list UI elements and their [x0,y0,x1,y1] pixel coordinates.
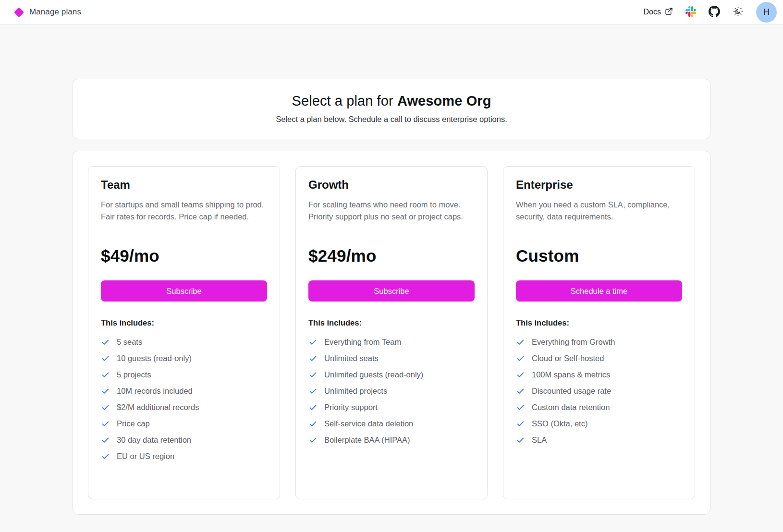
check-icon [101,387,110,396]
feature-item: 100M spans & metrics [516,366,682,383]
feature-item: Everything from Team [308,334,475,350]
top-navbar: Manage plans Docs [0,0,783,24]
plan-name: Enterprise [516,178,682,192]
check-icon [516,387,525,396]
sun-moon-theme-icon [733,6,744,18]
org-name: Awesome Org [397,93,491,109]
feature-item: Unlimited guests (read-only) [308,366,475,383]
feature-label: Unlimited guests (read-only) [324,370,423,379]
includes-label: This includes: [101,318,267,327]
main-content: Select a plan for Awesome Org Select a p… [73,79,710,515]
subscribe-team-button[interactable]: Subscribe [101,280,267,302]
github-icon [709,6,720,19]
github-button[interactable] [709,6,720,19]
diamond-logo-icon [14,7,24,17]
feature-label: SSO (Okta, etc) [532,419,587,428]
plan-card-enterprise: Enterprise When you need a custom SLA, c… [503,166,695,499]
navbar-left: Manage plans [14,7,81,17]
feature-item: Custom data retention [516,399,682,415]
check-icon [308,419,318,428]
external-link-icon [665,7,673,17]
feature-item: Boilerplate BAA (HIPAA) [308,432,475,448]
feature-label: Price cap [117,419,150,428]
feature-item: SSO (Okta, etc) [516,415,682,432]
feature-item: 10 guests (read-only) [101,350,267,366]
user-avatar[interactable]: H [756,2,777,23]
check-icon [101,370,110,379]
feature-item: Priority support [308,399,475,415]
feature-item: 5 projects [101,366,267,383]
check-icon [101,354,110,363]
plan-price: $249/mo [308,246,475,266]
feature-label: Custom data retention [532,403,610,412]
feature-label: Priority support [324,403,378,412]
feature-label: 10 guests (read-only) [117,354,192,363]
theme-toggle-button[interactable] [733,6,744,18]
feature-item: 5 seats [101,334,267,350]
includes-label: This includes: [516,318,682,327]
check-icon [308,354,318,363]
feature-label: 30 day data retention [117,435,191,445]
plan-description: For startups and small teams shipping to… [101,199,267,235]
navbar-right: Docs [644,2,777,23]
plan-name: Growth [308,178,475,192]
check-icon [516,370,525,379]
schedule-a-time-button[interactable]: Schedule a time [516,280,682,302]
feature-item: SLA [516,432,682,448]
check-icon [101,435,110,445]
feature-label: Boilerplate BAA (HIPAA) [324,435,410,445]
feature-label: 10M records included [117,387,193,396]
docs-link-label: Docs [644,8,661,16]
check-icon [516,338,525,347]
feature-item: $2/M additional records [101,399,267,415]
feature-item: Unlimited seats [308,350,475,366]
feature-item: Cloud or Self-hosted [516,350,682,366]
check-icon [308,435,318,445]
intro-title-prefix: Select a plan for [292,93,397,109]
page-title: Manage plans [29,7,81,17]
check-icon [101,338,110,347]
feature-item: Discounted usage rate [516,383,682,399]
feature-item: Unlimited projects [308,383,475,399]
check-icon [101,403,110,412]
plan-description: For scaling teams who need room to move.… [308,199,475,235]
feature-label: 100M spans & metrics [532,370,610,379]
feature-item: Everything from Growth [516,334,682,350]
check-icon [516,403,525,412]
feature-item: 30 day data retention [101,432,267,448]
check-icon [101,419,110,428]
check-icon [308,387,318,396]
check-icon [516,435,525,445]
feature-list: 5 seats10 guests (read-only)5 projects10… [101,334,267,464]
check-icon [516,419,525,428]
feature-label: Everything from Growth [532,338,615,347]
feature-label: Unlimited projects [324,387,387,396]
feature-list: Everything from GrowthCloud or Self-host… [516,334,682,448]
feature-label: Unlimited seats [324,354,379,363]
feature-item: 10M records included [101,383,267,399]
plan-intro-card: Select a plan for Awesome Org Select a p… [73,79,710,139]
feature-label: $2/M additional records [117,403,199,412]
check-icon [308,403,318,412]
plan-card-growth: Growth For scaling teams who need room t… [295,166,488,499]
feature-item: Price cap [101,415,267,432]
check-icon [308,370,318,379]
check-icon [516,354,525,363]
plan-description: When you need a custom SLA, compliance, … [516,199,682,235]
includes-label: This includes: [308,318,475,327]
feature-label: EU or US region [117,452,174,461]
docs-link[interactable]: Docs [644,7,673,17]
feature-label: Everything from Team [324,338,401,347]
subscribe-growth-button[interactable]: Subscribe [308,280,475,302]
feature-label: SLA [532,435,547,445]
plan-card-team: Team For startups and small teams shippi… [88,166,280,499]
feature-label: 5 projects [117,370,151,379]
intro-title: Select a plan for Awesome Org [92,93,691,109]
check-icon [308,338,318,347]
slack-icon [685,6,696,18]
check-icon [101,452,110,461]
intro-subtitle: Select a plan below. Schedule a call to … [92,115,691,124]
slack-button[interactable] [685,6,696,18]
feature-label: Cloud or Self-hosted [532,354,604,363]
feature-label: Self-service data deletion [324,419,413,428]
